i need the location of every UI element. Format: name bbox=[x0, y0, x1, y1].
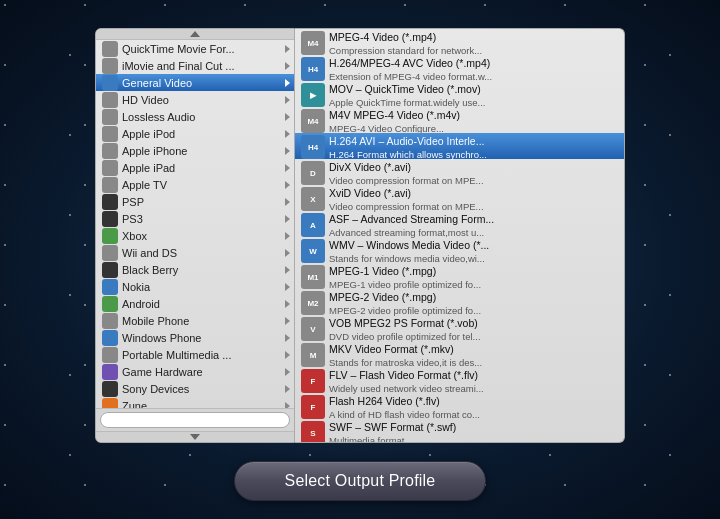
left-item-arrow-portable-multimedia bbox=[285, 351, 290, 359]
left-item-imovie[interactable]: iMovie and Final Cut ... bbox=[96, 57, 294, 74]
scroll-up-area[interactable] bbox=[96, 29, 294, 40]
left-item-game-hardware[interactable]: Game Hardware bbox=[96, 363, 294, 380]
left-item-arrow-nokia bbox=[285, 283, 290, 291]
left-item-arrow-game-hardware bbox=[285, 368, 290, 376]
left-item-label-psp: PSP bbox=[122, 196, 283, 208]
right-item-m4v[interactable]: M4M4V MPEG-4 Video (*.m4v)MPEG-4 Video C… bbox=[295, 107, 624, 133]
right-item-mpeg4[interactable]: M4MPEG-4 Video (*.mp4)Compression standa… bbox=[295, 29, 624, 55]
left-item-arrow-psp bbox=[285, 198, 290, 206]
right-item-text-divx-avi: DivX Video (*.avi)Video compression form… bbox=[329, 161, 484, 186]
left-item-label-lossless-audio: Lossless Audio bbox=[122, 111, 283, 123]
right-item-icon-mkv: M bbox=[301, 343, 325, 367]
left-item-apple-ipod[interactable]: Apple iPod bbox=[96, 125, 294, 142]
left-item-sony-devices[interactable]: Sony Devices bbox=[96, 380, 294, 397]
right-item-text-mov: MOV – QuickTime Video (*.mov)Apple Quick… bbox=[329, 83, 485, 108]
right-item-flv[interactable]: FFLV – Flash Video Format (*.flv)Widely … bbox=[295, 367, 624, 393]
left-item-arrow-lossless-audio bbox=[285, 113, 290, 121]
left-item-arrow-zune bbox=[285, 402, 290, 409]
right-item-text-h264-avc: H.264/MPEG-4 AVC Video (*.mp4)Extension … bbox=[329, 57, 492, 82]
left-item-psp[interactable]: PSP bbox=[96, 193, 294, 210]
left-items-list: QuickTime Movie For...iMovie and Final C… bbox=[96, 40, 294, 408]
right-item-xvid-avi[interactable]: XXviD Video (*.avi)Video compression for… bbox=[295, 185, 624, 211]
left-item-label-general-video: General Video bbox=[122, 77, 283, 89]
left-item-arrow-mobile-phone bbox=[285, 317, 290, 325]
right-item-swf[interactable]: SSWF – SWF Format (*.swf)Multimedia form… bbox=[295, 419, 624, 442]
right-item-title-mov: MOV – QuickTime Video (*.mov) bbox=[329, 83, 485, 97]
right-item-title-asf: ASF – Advanced Streaming Form... bbox=[329, 213, 494, 227]
left-item-icon-imovie bbox=[102, 58, 118, 74]
left-item-arrow-sony-devices bbox=[285, 385, 290, 393]
left-item-portable-multimedia[interactable]: Portable Multimedia ... bbox=[96, 346, 294, 363]
scroll-down-area[interactable] bbox=[96, 431, 294, 442]
right-item-h264-avc[interactable]: H4H.264/MPEG-4 AVC Video (*.mp4)Extensio… bbox=[295, 55, 624, 81]
right-item-title-mkv: MKV Video Format (*.mkv) bbox=[329, 343, 482, 357]
right-item-text-mpeg4: MPEG-4 Video (*.mp4)Compression standard… bbox=[329, 31, 482, 56]
left-item-label-apple-iphone: Apple iPhone bbox=[122, 145, 283, 157]
left-item-label-blackberry: Black Berry bbox=[122, 264, 283, 276]
left-item-lossless-audio[interactable]: Lossless Audio bbox=[96, 108, 294, 125]
left-item-blackberry[interactable]: Black Berry bbox=[96, 261, 294, 278]
left-item-arrow-apple-ipod bbox=[285, 130, 290, 138]
right-item-title-mpeg2: MPEG-2 Video (*.mpg) bbox=[329, 291, 481, 305]
left-item-general-video[interactable]: General Video bbox=[96, 74, 294, 91]
left-item-arrow-apple-tv bbox=[285, 181, 290, 189]
right-item-icon-mpeg1: M1 bbox=[301, 265, 325, 289]
left-item-zune[interactable]: Zune bbox=[96, 397, 294, 408]
left-item-arrow-windows-phone bbox=[285, 334, 290, 342]
left-item-arrow-xbox bbox=[285, 232, 290, 240]
select-output-button[interactable]: Select Output Profile bbox=[234, 461, 487, 501]
right-item-icon-flv: F bbox=[301, 369, 325, 393]
left-item-ps3[interactable]: PS3 bbox=[96, 210, 294, 227]
left-item-arrow-blackberry bbox=[285, 266, 290, 274]
right-item-icon-h264-avc: H4 bbox=[301, 57, 325, 81]
left-item-nokia[interactable]: Nokia bbox=[96, 278, 294, 295]
left-item-apple-iphone[interactable]: Apple iPhone bbox=[96, 142, 294, 159]
left-item-apple-ipad[interactable]: Apple iPad bbox=[96, 159, 294, 176]
left-item-windows-phone[interactable]: Windows Phone bbox=[96, 329, 294, 346]
left-item-arrow-ps3 bbox=[285, 215, 290, 223]
right-item-title-h264-avi: H.264 AVI – Audio-Video Interle... bbox=[329, 135, 487, 149]
right-item-wmv[interactable]: WWMV – Windows Media Video (*...Stands f… bbox=[295, 237, 624, 263]
left-item-label-nokia: Nokia bbox=[122, 281, 283, 293]
right-item-icon-flv-h264: F bbox=[301, 395, 325, 419]
left-item-arrow-apple-ipad bbox=[285, 164, 290, 172]
left-item-label-portable-multimedia: Portable Multimedia ... bbox=[122, 349, 283, 361]
right-item-icon-asf: A bbox=[301, 213, 325, 237]
right-item-icon-swf: S bbox=[301, 421, 325, 442]
right-item-title-swf: SWF – SWF Format (*.swf) bbox=[329, 421, 456, 435]
left-item-icon-lossless-audio bbox=[102, 109, 118, 125]
left-item-icon-apple-iphone bbox=[102, 143, 118, 159]
right-item-asf[interactable]: AASF – Advanced Streaming Form...Advance… bbox=[295, 211, 624, 237]
right-item-h264-avi[interactable]: H4H.264 AVI – Audio-Video Interle...H.26… bbox=[295, 133, 624, 159]
right-item-title-mpeg1: MPEG-1 Video (*.mpg) bbox=[329, 265, 481, 279]
left-item-icon-wii bbox=[102, 245, 118, 261]
left-item-icon-blackberry bbox=[102, 262, 118, 278]
right-item-text-swf: SWF – SWF Format (*.swf)Multimedia forma… bbox=[329, 421, 456, 442]
left-item-label-quicktime: QuickTime Movie For... bbox=[122, 43, 283, 55]
right-item-mov[interactable]: ▶MOV – QuickTime Video (*.mov)Apple Quic… bbox=[295, 81, 624, 107]
right-item-title-m4v: M4V MPEG-4 Video (*.m4v) bbox=[329, 109, 460, 123]
left-item-arrow-android bbox=[285, 300, 290, 308]
scroll-up-arrow bbox=[190, 31, 200, 37]
left-item-hd-video[interactable]: HD Video bbox=[96, 91, 294, 108]
left-item-label-windows-phone: Windows Phone bbox=[122, 332, 283, 344]
right-item-divx-avi[interactable]: DDivX Video (*.avi)Video compression for… bbox=[295, 159, 624, 185]
right-item-desc-swf: Multimedia format... bbox=[329, 435, 456, 442]
left-item-xbox[interactable]: Xbox bbox=[96, 227, 294, 244]
left-item-apple-tv[interactable]: Apple TV bbox=[96, 176, 294, 193]
right-item-flv-h264[interactable]: FFlash H264 Video (*.flv)A kind of HD fl… bbox=[295, 393, 624, 419]
right-item-text-flv: FLV – Flash Video Format (*.flv)Widely u… bbox=[329, 369, 484, 394]
right-item-mkv[interactable]: MMKV Video Format (*.mkv)Stands for matr… bbox=[295, 341, 624, 367]
left-item-mobile-phone[interactable]: Mobile Phone bbox=[96, 312, 294, 329]
left-item-android[interactable]: Android bbox=[96, 295, 294, 312]
left-item-quicktime[interactable]: QuickTime Movie For... bbox=[96, 40, 294, 57]
right-item-mpeg1[interactable]: M1MPEG-1 Video (*.mpg)MPEG-1 video profi… bbox=[295, 263, 624, 289]
left-item-label-android: Android bbox=[122, 298, 283, 310]
left-item-label-hd-video: HD Video bbox=[122, 94, 283, 106]
search-input[interactable] bbox=[100, 412, 290, 428]
left-item-wii[interactable]: Wii and DS bbox=[96, 244, 294, 261]
right-item-mpeg2[interactable]: M2MPEG-2 Video (*.mpg)MPEG-2 video profi… bbox=[295, 289, 624, 315]
right-item-title-h264-avc: H.264/MPEG-4 AVC Video (*.mp4) bbox=[329, 57, 492, 71]
right-item-vob[interactable]: VVOB MPEG2 PS Format (*.vob)DVD video pr… bbox=[295, 315, 624, 341]
right-items-list: M4MPEG-4 Video (*.mp4)Compression standa… bbox=[295, 29, 624, 442]
